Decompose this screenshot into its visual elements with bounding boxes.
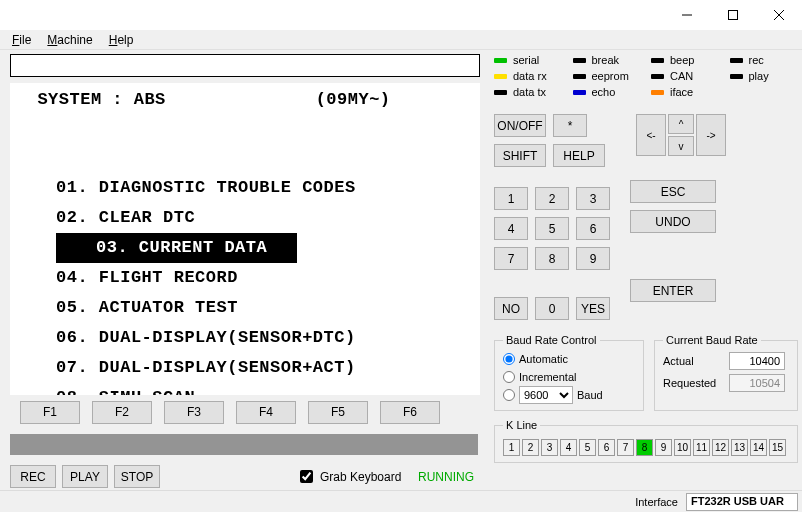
grab-keyboard-input[interactable]: [300, 470, 313, 483]
grab-keyboard-checkbox[interactable]: Grab Keyboard: [296, 467, 401, 486]
baud-custom-radio[interactable]: 9600 Baud: [503, 386, 635, 404]
led-icon: [730, 74, 743, 79]
num-7-button[interactable]: 7: [494, 247, 528, 270]
indicator-break: break: [573, 54, 642, 66]
menu-bar: File Machine Help: [0, 30, 802, 50]
fkey-f1[interactable]: F1: [20, 401, 80, 424]
fkey-f5[interactable]: F5: [308, 401, 368, 424]
rec-button[interactable]: REC: [10, 465, 56, 488]
onoff-button[interactable]: ON/OFF: [494, 114, 546, 137]
num-9-button[interactable]: 9: [576, 247, 610, 270]
no-button[interactable]: NO: [494, 297, 528, 320]
yes-button[interactable]: YES: [576, 297, 610, 320]
kline-cell-8[interactable]: 8: [636, 439, 653, 456]
led-icon: [494, 58, 507, 63]
terminal-row[interactable]: 08. SIMU-SCAN: [16, 383, 474, 394]
run-status: RUNNING: [418, 470, 474, 484]
terminal-row[interactable]: 01. DIAGNOSTIC TROUBLE CODES: [16, 173, 474, 203]
indicator-iface: iface: [651, 86, 720, 98]
kline-cell-5[interactable]: 5: [579, 439, 596, 456]
kline-cell-7[interactable]: 7: [617, 439, 634, 456]
led-indicators: serialbreakbeeprecdata rxeepromCANplayda…: [494, 54, 798, 98]
kline-cell-10[interactable]: 10: [674, 439, 691, 456]
fkey-f6[interactable]: F6: [380, 401, 440, 424]
fkey-f3[interactable]: F3: [164, 401, 224, 424]
window-minimize-button[interactable]: [664, 0, 710, 30]
cbr-actual-value: 10400: [729, 352, 785, 370]
led-icon: [494, 90, 507, 95]
led-icon: [651, 90, 664, 95]
k-line-group: K Line 123456789101112131415: [494, 419, 798, 463]
arrow-down-button[interactable]: v: [668, 136, 694, 156]
menu-file[interactable]: File: [4, 31, 39, 49]
num-5-button[interactable]: 5: [535, 217, 569, 240]
terminal-row[interactable]: 03. CURRENT DATA: [56, 233, 297, 263]
num-4-button[interactable]: 4: [494, 217, 528, 240]
indicator-eeprom: eeprom: [573, 70, 642, 82]
status-bar: Interface FT232R USB UAR: [0, 490, 802, 512]
kline-cell-4[interactable]: 4: [560, 439, 577, 456]
led-icon: [651, 58, 664, 63]
shift-button[interactable]: SHIFT: [494, 144, 546, 167]
kline-cell-13[interactable]: 13: [731, 439, 748, 456]
baud-custom-select[interactable]: 9600: [519, 386, 573, 404]
cbr-requested-label: Requested: [663, 377, 723, 389]
close-icon: [774, 10, 784, 20]
title-bar: [0, 0, 802, 30]
indicator-echo: echo: [573, 86, 642, 98]
arrow-up-button[interactable]: ^: [668, 114, 694, 134]
kline-cell-1[interactable]: 1: [503, 439, 520, 456]
num-2-button[interactable]: 2: [535, 187, 569, 210]
baud-incremental-radio[interactable]: Incremental: [503, 368, 635, 386]
led-icon: [494, 74, 507, 79]
help-button[interactable]: HELP: [553, 144, 605, 167]
command-input[interactable]: [10, 54, 480, 77]
kline-cell-2[interactable]: 2: [522, 439, 539, 456]
cbr-legend: Current Baud Rate: [663, 334, 761, 346]
led-icon: [573, 74, 586, 79]
stop-button[interactable]: STOP: [114, 465, 160, 488]
terminal-display: SYSTEM : ABS (09MY~) 01. DIAGNOSTIC TROU…: [10, 83, 480, 394]
star-button[interactable]: *: [553, 114, 587, 137]
terminal-header: SYSTEM : ABS (09MY~): [16, 85, 474, 115]
arrow-left-button[interactable]: <-: [636, 114, 666, 156]
window-close-button[interactable]: [756, 0, 802, 30]
terminal-row[interactable]: 06. DUAL-DISPLAY(SENSOR+DTC): [16, 323, 474, 353]
svg-rect-1: [729, 11, 738, 20]
kline-cell-15[interactable]: 15: [769, 439, 786, 456]
menu-machine[interactable]: Machine: [39, 31, 100, 49]
function-keys: F1F2F3F4F5F6: [10, 401, 480, 424]
kline-legend: K Line: [503, 419, 540, 431]
kline-cell-9[interactable]: 9: [655, 439, 672, 456]
play-button[interactable]: PLAY: [62, 465, 108, 488]
fkey-f4[interactable]: F4: [236, 401, 296, 424]
window-maximize-button[interactable]: [710, 0, 756, 30]
indicator-data-rx: data rx: [494, 70, 563, 82]
kline-cell-3[interactable]: 3: [541, 439, 558, 456]
menu-help[interactable]: Help: [101, 31, 142, 49]
kline-cell-12[interactable]: 12: [712, 439, 729, 456]
num-3-button[interactable]: 3: [576, 187, 610, 210]
esc-button[interactable]: ESC: [630, 180, 716, 203]
maximize-icon: [728, 10, 738, 20]
kline-cell-14[interactable]: 14: [750, 439, 767, 456]
zero-button[interactable]: 0: [535, 297, 569, 320]
terminal-row[interactable]: 02. CLEAR DTC: [16, 203, 474, 233]
led-icon: [573, 90, 586, 95]
fkey-f2[interactable]: F2: [92, 401, 152, 424]
kline-cell-6[interactable]: 6: [598, 439, 615, 456]
baud-ctrl-legend: Baud Rate Control: [503, 334, 600, 346]
num-8-button[interactable]: 8: [535, 247, 569, 270]
enter-button[interactable]: ENTER: [630, 279, 716, 302]
baud-auto-radio[interactable]: Automatic: [503, 350, 635, 368]
indicator-serial: serial: [494, 54, 563, 66]
kline-cell-11[interactable]: 11: [693, 439, 710, 456]
terminal-row[interactable]: 07. DUAL-DISPLAY(SENSOR+ACT): [16, 353, 474, 383]
left-panel: SYSTEM : ABS (09MY~) 01. DIAGNOSTIC TROU…: [0, 50, 490, 488]
num-1-button[interactable]: 1: [494, 187, 528, 210]
arrow-right-button[interactable]: ->: [696, 114, 726, 156]
terminal-row[interactable]: 05. ACTUATOR TEST: [16, 293, 474, 323]
undo-button[interactable]: UNDO: [630, 210, 716, 233]
num-6-button[interactable]: 6: [576, 217, 610, 240]
terminal-row[interactable]: 04. FLIGHT RECORD: [16, 263, 474, 293]
